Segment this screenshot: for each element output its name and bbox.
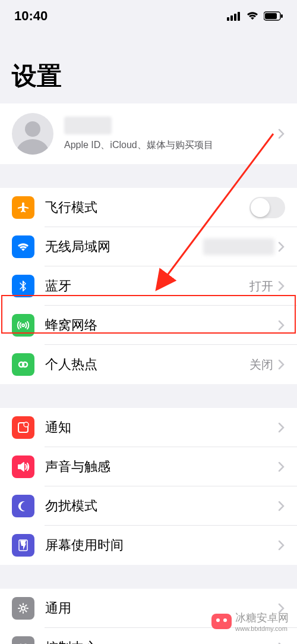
dnd-label: 勿扰模式 (45, 497, 278, 515)
chevron-right-icon (278, 320, 285, 331)
wifi-status-icon (246, 11, 259, 21)
hotspot-value: 关闭 (249, 357, 273, 373)
svg-rect-0 (227, 17, 229, 21)
chevron-right-icon (278, 128, 285, 139)
status-time: 10:40 (14, 8, 48, 24)
airplane-icon (12, 196, 34, 219)
airplane-label: 飞行模式 (45, 199, 249, 216)
avatar (12, 113, 53, 155)
watermark-url: www.btxtdmy.com (235, 625, 289, 632)
svg-rect-2 (234, 14, 236, 21)
chevron-right-icon (278, 281, 285, 291)
control-center-icon (12, 636, 34, 644)
chevron-right-icon (278, 461, 285, 472)
notifications-row[interactable]: 通知 (0, 408, 297, 447)
sound-row[interactable]: 声音与触感 (0, 447, 297, 486)
airplane-toggle[interactable] (249, 197, 285, 218)
chevron-right-icon (278, 422, 285, 433)
svg-point-12 (21, 607, 25, 610)
hotspot-row[interactable]: 个人热点 关闭 (0, 345, 297, 384)
chevron-right-icon (278, 540, 285, 551)
chevron-right-icon (278, 359, 285, 370)
wifi-row[interactable]: 无线局域网 (0, 227, 297, 266)
wifi-label: 无线局域网 (45, 238, 203, 256)
svg-rect-1 (230, 15, 233, 21)
page-title: 设置 (0, 30, 297, 103)
bluetooth-row[interactable]: 蓝牙 打开 (0, 266, 297, 306)
watermark-text: 冰糖安卓网 (235, 611, 289, 625)
profile-subtitle: Apple ID、iCloud、媒体与购买项目 (64, 139, 278, 152)
wifi-value-blurred (203, 238, 274, 255)
svg-rect-6 (281, 14, 283, 18)
notifications-icon (12, 416, 34, 439)
apple-id-row[interactable]: Apple ID、iCloud、媒体与购买项目 (0, 103, 297, 164)
cellular-icon (12, 314, 34, 337)
screentime-icon (12, 534, 34, 557)
dnd-row[interactable]: 勿扰模式 (0, 486, 297, 526)
notifications-label: 通知 (45, 419, 278, 436)
chevron-right-icon (278, 241, 285, 252)
sound-icon (12, 455, 34, 478)
screentime-label: 屏幕使用时间 (45, 536, 278, 554)
status-bar: 10:40 (0, 0, 297, 30)
bluetooth-label: 蓝牙 (45, 277, 249, 295)
section-profile: Apple ID、iCloud、媒体与购买项目 (0, 103, 297, 164)
svg-rect-5 (265, 13, 277, 19)
screentime-row[interactable]: 屏幕使用时间 (0, 526, 297, 565)
hotspot-icon (12, 353, 34, 376)
profile-name-blurred (64, 117, 112, 134)
dnd-icon (12, 495, 34, 517)
airplane-mode-row[interactable]: 飞行模式 (0, 188, 297, 227)
battery-icon (264, 11, 283, 21)
section-notifications: 通知 声音与触感 勿扰模式 屏幕使用时间 (0, 408, 297, 565)
signal-icon (227, 11, 241, 21)
svg-point-10 (24, 422, 29, 427)
watermark-logo-icon (211, 614, 232, 629)
general-icon (12, 597, 34, 620)
sound-label: 声音与触感 (45, 458, 278, 476)
wifi-icon (12, 235, 34, 258)
chevron-right-icon (278, 501, 285, 511)
cellular-row[interactable]: 蜂窝网络 (0, 306, 297, 345)
svg-point-8 (23, 362, 27, 367)
control-center-label: 控制中心 (45, 639, 278, 644)
svg-rect-3 (238, 12, 240, 21)
hotspot-label: 个人热点 (45, 356, 249, 373)
section-connectivity: 飞行模式 无线局域网 蓝牙 打开 蜂窝网络 个人热点 关闭 (0, 188, 297, 384)
status-icons (227, 11, 283, 21)
watermark: 冰糖安卓网 www.btxtdmy.com (211, 611, 289, 632)
bluetooth-icon (12, 275, 34, 297)
bluetooth-value: 打开 (249, 278, 273, 294)
cellular-label: 蜂窝网络 (45, 316, 278, 334)
